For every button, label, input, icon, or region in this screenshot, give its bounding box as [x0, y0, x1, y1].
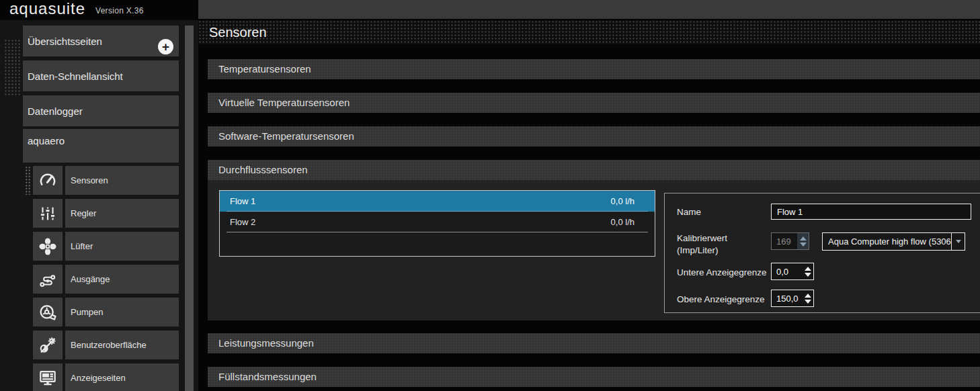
sidebar-item-luefter[interactable]	[33, 232, 63, 261]
sidebar-item-anzeigeseiten[interactable]	[33, 363, 63, 391]
sidebar-item-uebersichtsseiten[interactable]: Übersichtsseiten +	[23, 26, 179, 56]
obere-anzeigegrenze-spinner[interactable]: 150,0	[771, 290, 814, 307]
pump-icon	[37, 302, 58, 323]
page-title-band: Sensoren	[198, 20, 980, 44]
kalibrierwert-value: 169	[772, 233, 797, 249]
spinner-arrows[interactable]	[802, 263, 813, 279]
sidebar-item-regler[interactable]	[33, 199, 63, 228]
fan-icon	[37, 236, 58, 257]
selected-item-marker	[25, 166, 31, 195]
flow-row-1[interactable]: Flow 1 0,0 l/h	[220, 191, 655, 212]
accordion-temperatursensoren[interactable]: Temperatursensoren	[208, 59, 980, 79]
untere-anzeigegrenze-label: Untere Anzeigegrenze	[677, 267, 767, 279]
sidebar-dots-decoration	[4, 39, 22, 97]
sidebar-item-sensoren[interactable]	[33, 166, 63, 195]
spinner-arrows[interactable]	[802, 290, 813, 306]
sidebar-item-label: Übersichtsseiten	[28, 36, 102, 47]
topbar-content-strip	[198, 0, 980, 19]
monitor-icon	[37, 367, 58, 389]
sidebar-item-daten-schnellansicht[interactable]: Daten-Schnellansicht	[23, 60, 179, 91]
route-icon	[38, 269, 58, 290]
brightness-icon	[37, 335, 58, 356]
obere-anzeigegrenze-value: 150,0	[772, 290, 802, 306]
sidebar: Übersichtsseiten + Daten-Schnellansicht …	[0, 20, 198, 391]
sidebar-scrollbar-thumb[interactable]	[185, 26, 194, 391]
sidebar-item-anzeigeseiten-label[interactable]: Anzeigeseiten	[65, 363, 179, 391]
accordion-leistungsmessungen[interactable]: Leistungsmessungen	[208, 333, 980, 353]
flow-row-2[interactable]: Flow 2 0,0 l/h	[220, 212, 655, 232]
obere-anzeigegrenze-label: Obere Anzeigegrenze	[677, 294, 765, 306]
sidebar-item-datenlogger[interactable]: Datenlogger	[23, 95, 179, 126]
spin-down-icon	[805, 300, 811, 304]
topbar: aquasuite Version X.36	[0, 0, 198, 20]
sidebar-item-regler-label[interactable]: Regler	[65, 199, 179, 228]
name-label: Name	[677, 206, 701, 218]
flow-settings-panel: Name Kalibrierwert (Imp/Liter) 169 Aqua …	[664, 193, 980, 313]
chevron-down-icon	[956, 240, 961, 243]
sidebar-item-luefter-label[interactable]: Lüfter	[65, 232, 179, 261]
sidebar-item-ausgaenge-label[interactable]: Ausgänge	[65, 265, 179, 294]
app-version: Version X.36	[95, 6, 144, 15]
sidebar-item-sensoren-label[interactable]: Sensoren	[65, 166, 179, 195]
flow-value: 0,0 l/h	[611, 217, 655, 227]
flow-name: Flow 1	[220, 196, 611, 206]
sidebar-item-label: Daten-Schnellansicht	[28, 71, 123, 82]
page-title: Sensoren	[209, 20, 276, 44]
accordion-durchflusssensoren[interactable]: Durchflusssensoren	[208, 160, 980, 180]
untere-anzeigegrenze-spinner[interactable]: 0,0	[771, 263, 814, 280]
section-durchflusssensoren: Durchflusssensoren Flow 1 0,0 l/h Flow 2…	[208, 160, 980, 320]
untere-anzeigegrenze-value: 0,0	[772, 263, 802, 279]
sidebar-item-label: aquaero	[28, 135, 65, 146]
sliders-icon	[38, 204, 58, 224]
accordion-software-temperatursensoren[interactable]: Software-Temperatursensoren	[208, 126, 980, 146]
flow-name-input[interactable]	[771, 204, 971, 220]
sidebar-item-pumpen-label[interactable]: Pumpen	[65, 298, 179, 327]
sensor-type-value: Aqua Computer high flow (53068)	[823, 233, 951, 250]
dropdown-button[interactable]	[951, 233, 965, 250]
flow-name: Flow 2	[220, 217, 611, 227]
spin-up-icon	[800, 236, 807, 241]
gauge-icon	[38, 171, 58, 191]
spin-up-icon	[805, 294, 811, 298]
kalibrierwert-label: Kalibrierwert (Imp/Liter)	[677, 232, 727, 256]
sidebar-item-benutzeroberflaeche-label[interactable]: Benutzeroberfläche	[65, 331, 179, 359]
accordion-virtuelle-temperatursensoren[interactable]: Virtuelle Temperatursensoren	[208, 93, 980, 113]
main-content: Sensoren Temperatursensoren Virtuelle Te…	[198, 19, 980, 391]
sidebar-item-benutzeroberflaeche[interactable]	[33, 331, 63, 359]
spin-up-icon	[805, 267, 811, 271]
sidebar-item-aquaero[interactable]: aquaero	[23, 129, 179, 163]
sidebar-item-ausgaenge[interactable]	[33, 265, 63, 294]
spin-down-icon	[800, 243, 807, 247]
spin-down-icon	[805, 273, 811, 277]
sensor-type-dropdown[interactable]: Aqua Computer high flow (53068)	[822, 232, 965, 251]
flow-value: 0,0 l/h	[611, 196, 655, 206]
kalibrierwert-spinner: 169	[771, 232, 809, 250]
kalibrierwert-spinner-arrows	[797, 233, 809, 249]
sidebar-item-label: Datenlogger	[28, 105, 83, 117]
flow-sensor-list: Flow 1 0,0 l/h Flow 2 0,0 l/h	[219, 190, 655, 257]
app-logo: aquasuite	[9, 0, 85, 18]
add-overview-page-button[interactable]: +	[158, 39, 173, 54]
accordion-fuellstandsmessungen[interactable]: Füllstandsmessungen	[208, 367, 980, 387]
sidebar-item-pumpen[interactable]	[33, 298, 63, 327]
